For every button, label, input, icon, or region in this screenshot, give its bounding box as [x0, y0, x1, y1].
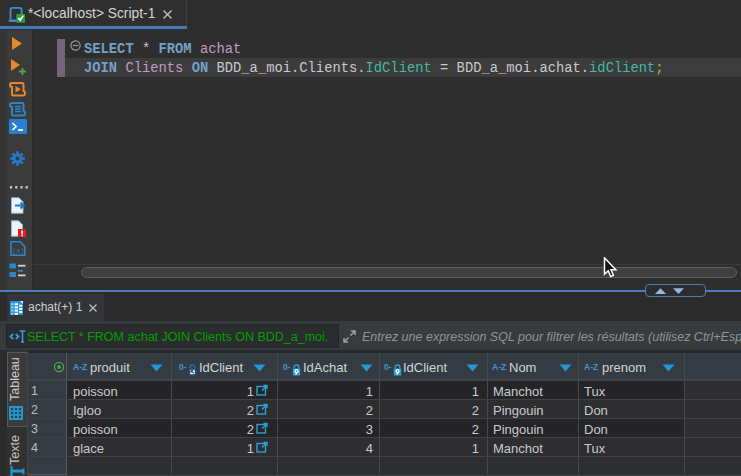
- svg-text:(x): (x): [13, 248, 25, 255]
